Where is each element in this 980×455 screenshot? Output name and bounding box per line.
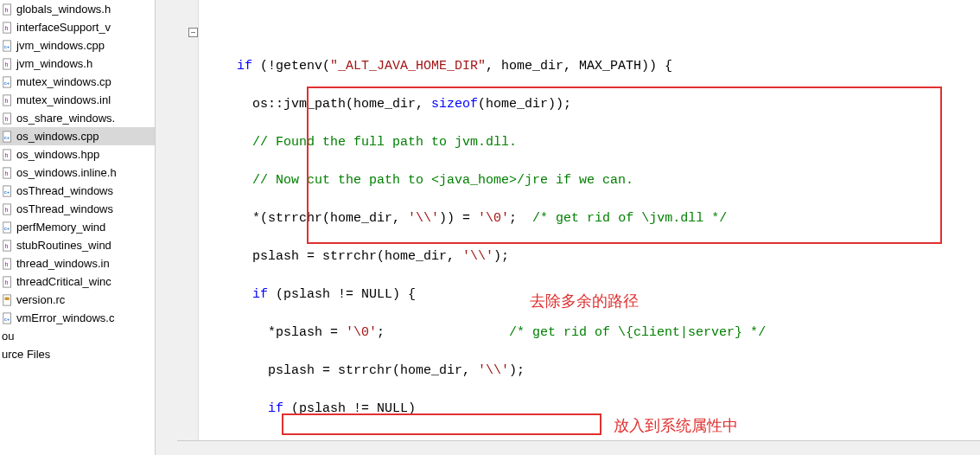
code-line: os::jvm_path(home_dir, sizeof(home_dir))… (199, 95, 980, 114)
horizontal-scrollbar[interactable] (177, 440, 980, 455)
svg-text:c+: c+ (4, 224, 10, 230)
code-line: *(strrchr(home_dir, '\\')) = '\0'; /* ge… (199, 209, 980, 228)
code-editor[interactable]: if (!getenv("_ALT_JAVA_HOME_DIR", home_d… (199, 0, 980, 455)
code-line (199, 19, 980, 38)
file-label: stubRoutines_wind (16, 239, 111, 252)
code-line: pslash = strrchr(home_dir, '\\'); (199, 247, 980, 266)
file-item-selected[interactable]: c+os_windows.cpp (0, 127, 155, 145)
fold-toggle-icon[interactable] (188, 28, 198, 37)
file-label: mutex_windows.cp (16, 75, 111, 88)
file-label: jvm_windows.h (16, 57, 92, 70)
header-file-icon: h (2, 258, 14, 270)
file-label: os_windows.hpp (16, 148, 99, 161)
code-line: pslash = strrchr(home_dir, '\\'); (199, 362, 980, 381)
file-item[interactable]: hosThread_windows (0, 200, 155, 218)
file-item[interactable]: c+osThread_windows (0, 182, 155, 200)
file-label: urce Files (2, 348, 50, 361)
svg-text:h: h (5, 260, 9, 266)
svg-text:c+: c+ (4, 315, 10, 321)
svg-text:h: h (5, 6, 9, 12)
header-file-icon: h (2, 94, 14, 106)
svg-text:h: h (5, 61, 9, 67)
file-item[interactable]: c+jvm_windows.cpp (0, 36, 155, 54)
file-label: os_share_windows. (16, 112, 115, 125)
cpp-file-icon: c+ (2, 76, 14, 88)
code-line: if (pslash != NULL) (199, 400, 980, 419)
file-label: globals_windows.h (16, 3, 111, 16)
editor-gutter[interactable] (156, 0, 199, 455)
cpp-file-icon: c+ (2, 185, 14, 197)
file-item[interactable]: hinterfaceSupport_v (0, 18, 155, 36)
header-file-icon: h (2, 276, 14, 288)
file-item[interactable]: ou (0, 327, 155, 345)
file-label: vmError_windows.c (16, 311, 114, 324)
file-label: interfaceSupport_v (16, 21, 111, 34)
code-line: *pslash = '\0'; /* get rid of \{client|s… (199, 324, 980, 343)
file-item[interactable]: c+vmError_windows.c (0, 309, 155, 327)
svg-text:h: h (5, 97, 9, 103)
header-file-icon: h (2, 240, 14, 252)
file-item[interactable]: hos_windows.inline.h (0, 163, 155, 182)
file-item[interactable]: hthread_windows.in (0, 254, 155, 272)
header-file-icon: h (2, 167, 14, 179)
svg-text:c+: c+ (4, 133, 10, 139)
svg-text:h: h (5, 24, 9, 30)
header-file-icon: h (2, 22, 14, 34)
file-item[interactable]: c+perfMemory_wind (0, 218, 155, 236)
file-label: perfMemory_wind (16, 221, 105, 234)
svg-text:h: h (5, 206, 9, 212)
svg-rect-33 (5, 297, 10, 300)
header-file-icon: h (2, 203, 14, 215)
header-file-icon: h (2, 112, 14, 125)
code-line: // Now cut the path to <java_home>/jre i… (199, 171, 980, 190)
svg-text:c+: c+ (4, 188, 10, 194)
cpp-file-icon: c+ (2, 221, 14, 234)
file-item[interactable]: version.rc (0, 291, 155, 309)
file-explorer-sidebar[interactable]: hglobals_windows.h hinterfaceSupport_v c… (0, 0, 156, 455)
file-item[interactable]: hmutex_windows.inl (0, 91, 155, 109)
file-label: osThread_windows (16, 202, 113, 215)
file-item[interactable]: hglobals_windows.h (0, 0, 155, 18)
file-label: os_windows.inline.h (16, 166, 117, 179)
cpp-file-icon: c+ (2, 312, 14, 324)
file-label: mutex_windows.inl (16, 93, 111, 106)
annotation-text: 放入到系统属性中 (614, 415, 738, 436)
header-file-icon: h (2, 58, 14, 70)
file-label: ou (2, 330, 14, 343)
file-label: jvm_windows.cpp (16, 39, 105, 52)
file-label: os_windows.cpp (16, 130, 99, 143)
code-line: // Found the full path to jvm.dll. (199, 133, 980, 152)
svg-text:h: h (5, 151, 9, 157)
cpp-file-icon: c+ (2, 131, 14, 143)
file-item[interactable]: c+mutex_windows.cp (0, 73, 155, 91)
svg-text:c+: c+ (4, 42, 10, 48)
file-item[interactable]: hos_share_windows. (0, 109, 155, 127)
cpp-file-icon: c+ (2, 40, 14, 52)
file-label: osThread_windows (16, 184, 113, 197)
svg-text:h: h (5, 279, 9, 285)
svg-text:h: h (5, 170, 9, 176)
svg-text:c+: c+ (4, 79, 10, 85)
file-item[interactable]: hstubRoutines_wind (0, 236, 155, 254)
annotation-text: 去除多余的路径 (530, 291, 639, 311)
header-file-icon: h (2, 149, 14, 161)
code-line: if (!getenv("_ALT_JAVA_HOME_DIR", home_d… (199, 57, 980, 76)
file-item[interactable]: hthreadCritical_winc (0, 272, 155, 291)
file-item[interactable]: hos_windows.hpp (0, 145, 155, 163)
svg-text:h: h (5, 115, 9, 121)
file-item[interactable]: urce Files (0, 345, 155, 363)
svg-text:h: h (5, 242, 9, 248)
rc-file-icon (2, 294, 14, 306)
header-file-icon: h (2, 3, 14, 16)
file-label: threadCritical_winc (16, 275, 111, 288)
file-label: version.rc (16, 293, 65, 306)
file-label: thread_windows.in (16, 257, 110, 270)
file-item[interactable]: hjvm_windows.h (0, 54, 155, 73)
